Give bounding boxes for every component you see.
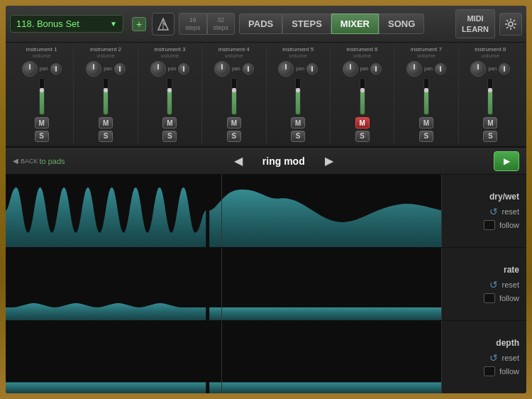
channel-3-fader[interactable] [167,78,172,116]
waveform-rate[interactable] [6,248,441,320]
reset-icon-depth[interactable]: ↺ [489,352,498,364]
channel-8-mute-button[interactable]: M [483,117,497,129]
inner-container: 118. Bonus Set ▼ + 16 steps [6,6,526,393]
param-title-drywet: dry/wet [449,192,519,202]
channel-1-solo-button[interactable]: S [35,131,49,142]
channel-1-volume-knob[interactable] [22,61,38,77]
param-reset-row-rate: ↺ reset [449,279,519,290]
channel-4-volume-knob[interactable] [214,61,230,77]
follow-label-rate: follow [499,294,519,302]
waveform-divider-1 [221,175,222,247]
follow-row-rate: follow [449,293,519,303]
follow-row-depth: follow [449,366,519,376]
channel-2-mute-button[interactable]: M [99,117,113,129]
effect-header: ◀ BACK to pads ◀ ring mod ▶ ▶ [6,148,526,175]
channel-3-volume-knob[interactable] [150,61,166,77]
channel-8: instrument 8volume pan M S [459,45,522,143]
channel-1-mute-button[interactable]: M [35,117,49,129]
param-controls-rate: rate ↺ reset follow [441,248,526,320]
channel-7-pan-knob[interactable] [435,63,446,75]
svg-line-10 [514,20,515,21]
reset-icon-rate[interactable]: ↺ [489,279,498,290]
tab-mixer[interactable]: MIXER [331,13,379,34]
svg-line-8 [506,20,508,21]
param-row-rate: rate ↺ reset follow [6,248,526,321]
channel-5-fader[interactable] [295,78,301,116]
channel-2-volume-knob[interactable] [86,61,101,77]
top-bar: 118. Bonus Set ▼ + 16 steps [6,6,526,43]
channel-5-volume-knob[interactable] [278,61,294,77]
effect-prev-button[interactable]: ◀ [228,154,248,168]
tab-song[interactable]: SONG [379,13,424,34]
reset-icon-drywet[interactable]: ↺ [489,206,498,217]
channel-5-solo-button[interactable]: S [291,131,305,142]
channel-7-fader[interactable] [423,78,429,116]
midi-learn-button[interactable]: MIDILEARN [455,9,495,38]
channel-2-pan-knob[interactable] [114,63,126,75]
steps-16-button[interactable]: 16 steps [179,13,207,35]
channel-5-label: instrument 5volume [282,47,314,60]
steps-32-button[interactable]: 32 steps [207,13,235,35]
settings-button[interactable] [499,13,522,35]
channel-8-solo-button[interactable]: S [483,131,497,142]
channel-5-mute-button[interactable]: M [291,117,305,129]
channel-4-mute-button[interactable]: M [227,117,241,129]
channel-7-mute-button[interactable]: M [419,117,433,129]
wave-svg-depth [6,321,441,393]
preset-selector[interactable]: 118. Bonus Set ▼ [10,15,123,33]
param-reset-row-depth: ↺ reset [449,352,519,364]
channel-4-solo-button[interactable]: S [227,131,241,142]
channel-1: instrument 1volume pan M S [10,45,74,143]
wave-svg-drywet [6,175,441,247]
channel-3-pan-knob[interactable] [178,63,189,75]
channel-3: instrument 3volume pan M S [138,45,202,143]
play-button[interactable]: ▶ [494,151,519,171]
tab-pads[interactable]: PADS [239,13,282,34]
param-title-rate: rate [449,265,519,275]
channel-2-fader-area [103,78,109,116]
channel-4-pan-knob[interactable] [243,63,254,75]
channel-8-fader[interactable] [487,78,493,116]
channel-4-fader[interactable] [231,78,237,116]
channel-1-fader-area [39,78,45,116]
follow-checkbox-rate[interactable] [484,293,495,303]
channel-8-volume-knob[interactable] [470,61,486,77]
play-icon: ▶ [504,156,510,166]
svg-point-3 [509,22,513,26]
metronome-icon[interactable] [152,13,174,35]
channel-6-volume-knob[interactable] [343,61,358,77]
channel-6-solo-button[interactable]: S [355,131,370,142]
svg-line-9 [514,26,515,28]
channel-5-pan-knob[interactable] [306,63,318,75]
follow-checkbox-depth[interactable] [484,366,495,376]
channel-2-label: instrument 2volume [90,47,121,60]
channel-7-volume-knob[interactable] [406,61,422,77]
effect-next-button[interactable]: ▶ [319,154,339,168]
channel-4-label: instrument 4volume [218,47,250,60]
channel-7: instrument 7volume pan M S [394,45,458,143]
channel-2-solo-button[interactable]: S [99,131,113,142]
back-to-pads-button[interactable]: ◀ BACK to pads [13,157,65,165]
tab-steps[interactable]: STEPS [282,13,331,34]
channel-6-fader[interactable] [360,78,365,116]
waveform-drywet[interactable] [6,175,441,247]
follow-row-drywet: follow [449,220,519,230]
param-title-depth: depth [449,338,519,348]
channel-7-solo-button[interactable]: S [419,131,433,142]
channel-2-fader[interactable] [103,78,109,116]
channel-1-fader[interactable] [39,78,45,116]
waveform-depth[interactable] [6,321,441,393]
param-controls-drywet: dry/wet ↺ reset follow [441,175,526,247]
follow-checkbox-drywet[interactable] [484,220,495,230]
channel-3-mute-button[interactable]: M [162,117,177,129]
channel-6-mute-button[interactable]: M [355,117,370,129]
preset-name: 118. Bonus Set [16,18,107,29]
channel-6-pan-knob[interactable] [370,63,382,75]
channel-1-pan-knob[interactable] [50,63,62,75]
channel-8-pan-knob[interactable] [499,63,510,75]
channel-3-solo-button[interactable]: S [162,131,177,142]
param-row-depth: depth ↺ reset follow [6,321,526,393]
preset-add-button[interactable]: + [132,17,146,31]
channel-6-fader-area [360,78,365,116]
channel-7-label: instrument 7volume [411,47,442,60]
